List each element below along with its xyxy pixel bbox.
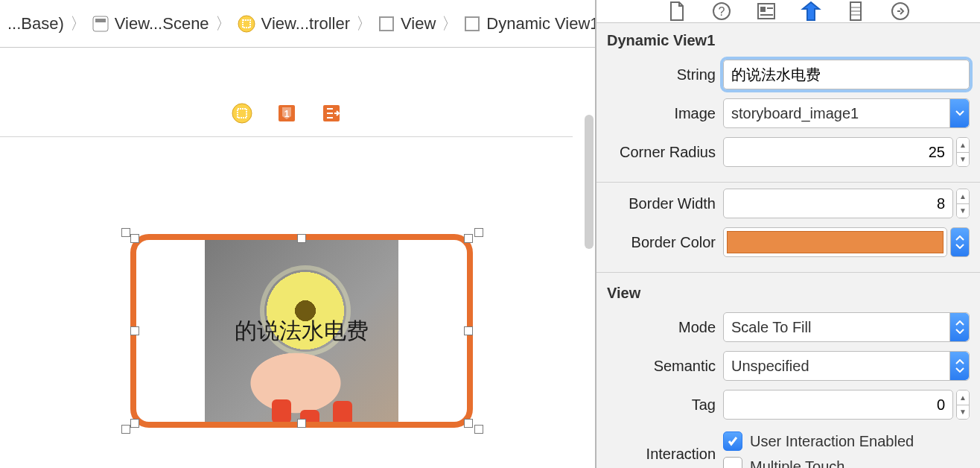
image-label: Image	[596, 105, 723, 122]
corner-radius-stepper[interactable]: ▲▼	[956, 137, 970, 167]
image-content: 的说法水电费	[205, 240, 398, 422]
multiple-touch-label: Multiple Touch	[750, 458, 844, 469]
updown-icon[interactable]	[949, 352, 969, 380]
quick-help-tab[interactable]: ?	[710, 0, 733, 22]
multiple-touch-row[interactable]: Multiple Touch	[723, 454, 970, 468]
viewcontroller-icon	[238, 15, 255, 33]
svg-point-6	[232, 104, 252, 123]
viewcontroller-icon[interactable]	[232, 103, 252, 124]
view-icon	[464, 16, 480, 32]
inspector-section-title: Dynamic View1	[596, 23, 980, 57]
interaction-label: Interaction	[596, 446, 723, 463]
crumb-label: ...Base)	[7, 14, 64, 34]
svg-text:?: ?	[718, 5, 725, 18]
user-interaction-checkbox[interactable]	[723, 431, 742, 451]
connections-inspector-tab[interactable]	[889, 0, 911, 22]
dynamic-view-text: 的说法水电费	[205, 316, 398, 347]
chevron-right-icon: 〉	[214, 13, 233, 35]
identity-inspector-tab[interactable]	[755, 0, 777, 22]
attributes-inspector-tab[interactable]	[800, 0, 822, 22]
string-input[interactable]	[723, 60, 970, 89]
border-attributes-form: Border Width ▲▼ Border Color	[596, 186, 980, 269]
selection-handle[interactable]	[474, 425, 483, 434]
image-combobox[interactable]: storyboard_image1	[723, 98, 970, 128]
string-label: String	[596, 66, 723, 83]
canvas[interactable]: 1 的说法水电费	[0, 48, 595, 468]
inspector-pane: ? Dynamic View1 String Image storyboard_…	[596, 0, 980, 468]
crumb-scene[interactable]: View...Scene	[88, 14, 214, 34]
semantic-select[interactable]: Unspecified	[723, 351, 970, 381]
scene-icon	[92, 16, 109, 32]
crumb-label: View...troller	[261, 14, 350, 34]
inspector-tabs: ?	[596, 0, 980, 23]
chevron-down-icon[interactable]	[949, 99, 969, 127]
svg-rect-1	[95, 19, 106, 22]
multiple-touch-checkbox[interactable]	[723, 457, 742, 468]
image-value: storyboard_image1	[731, 105, 961, 122]
svg-rect-4	[380, 17, 393, 31]
file-inspector-tab[interactable]	[666, 0, 688, 22]
exit-icon[interactable]	[321, 103, 342, 124]
selection-handle[interactable]	[121, 425, 130, 434]
corner-radius-input[interactable]	[723, 137, 953, 167]
resize-handle[interactable]	[130, 326, 139, 335]
crumb-label: View...Scene	[115, 14, 209, 34]
border-width-label: Border Width	[596, 195, 723, 212]
chevron-right-icon: 〉	[440, 13, 459, 35]
resize-handle[interactable]	[464, 234, 473, 243]
first-responder-icon[interactable]: 1	[276, 103, 297, 124]
semantic-value: Unspecified	[731, 358, 961, 375]
color-swatch	[727, 231, 944, 253]
border-color-well[interactable]	[723, 227, 947, 257]
breadcrumb: ...Base) 〉 View...Scene 〉 View...troller…	[0, 0, 595, 48]
border-color-label: Border Color	[596, 234, 723, 251]
scrollbar-vertical[interactable]	[585, 115, 594, 249]
chevron-right-icon: 〉	[354, 13, 374, 35]
crumb-viewcontroller[interactable]: View...troller	[233, 14, 354, 34]
svg-text:1: 1	[284, 109, 289, 119]
dynamic-view-element[interactable]: 的说法水电费	[130, 234, 473, 428]
mode-value: Scale To Fill	[731, 319, 961, 336]
scene-toolbar: 1	[0, 100, 573, 137]
crumb-base[interactable]: ...Base)	[3, 14, 69, 34]
divider	[596, 272, 980, 273]
selection-handle[interactable]	[121, 228, 130, 237]
tag-input[interactable]	[723, 390, 953, 420]
canvas-pane: ...Base) 〉 View...Scene 〉 View...troller…	[0, 0, 596, 468]
view-icon	[378, 16, 395, 32]
selection-handle[interactable]	[474, 228, 483, 237]
border-width-stepper[interactable]: ▲▼	[956, 189, 970, 218]
crumb-label: View	[401, 14, 436, 34]
svg-point-2	[238, 16, 255, 32]
updown-icon[interactable]	[949, 313, 969, 341]
border-width-input[interactable]	[723, 189, 953, 218]
resize-handle[interactable]	[130, 234, 139, 243]
semantic-label: Semantic	[596, 358, 723, 375]
crumb-dynamic-view[interactable]: Dynamic View1	[459, 14, 595, 34]
color-picker-toggle[interactable]	[950, 227, 970, 257]
chevron-right-icon: 〉	[69, 13, 88, 35]
resize-handle[interactable]	[297, 419, 306, 428]
tag-label: Tag	[596, 396, 723, 414]
crumb-label: Dynamic View1	[486, 14, 595, 34]
user-interaction-label: User Interaction Enabled	[750, 433, 914, 450]
svg-rect-14	[760, 7, 766, 12]
custom-attributes-form: String Image storyboard_image1 Corner Ra…	[596, 57, 980, 179]
resize-handle[interactable]	[464, 419, 473, 428]
svg-rect-5	[465, 17, 479, 31]
resize-handle[interactable]	[297, 234, 306, 243]
resize-handle[interactable]	[464, 326, 473, 335]
mode-select[interactable]: Scale To Fill	[723, 312, 970, 342]
user-interaction-row[interactable]: User Interaction Enabled	[723, 429, 970, 454]
resize-handle[interactable]	[130, 419, 139, 428]
size-inspector-tab[interactable]	[844, 0, 867, 22]
view-attributes-form: Mode Scale To Fill Semantic Unspecified …	[596, 309, 980, 468]
crumb-view[interactable]: View	[374, 14, 440, 34]
view-section-title: View	[596, 276, 980, 309]
hand-graphic	[242, 347, 376, 422]
tag-stepper[interactable]: ▲▼	[956, 390, 970, 420]
corner-radius-label: Corner Radius	[596, 144, 723, 161]
mode-label: Mode	[596, 319, 723, 336]
divider	[596, 182, 980, 183]
